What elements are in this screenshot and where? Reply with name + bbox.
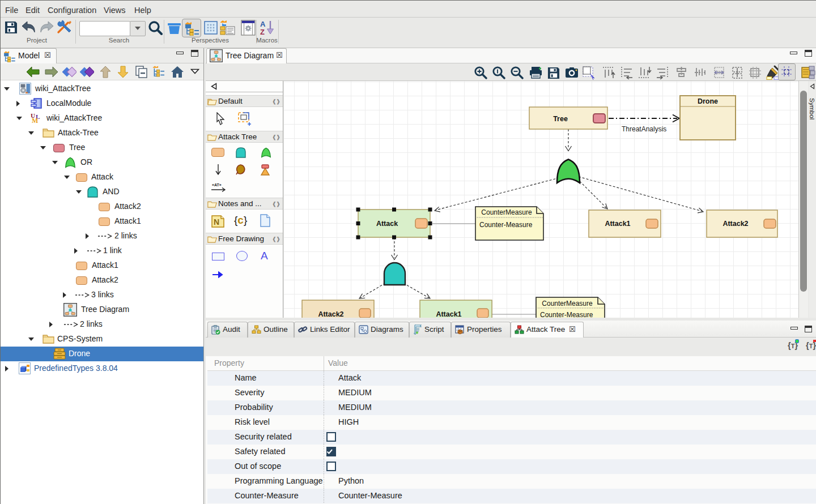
svg-text:N: N [214,217,219,227]
svg-text:Attack1: Attack1 [436,310,461,318]
svg-text:CounterMeasure: CounterMeasure [481,208,532,216]
svg-text:Counter-Measure: Counter-Measure [479,221,533,229]
svg-text:«AT»: «AT» [212,183,222,187]
svg-text:A: A [260,20,266,28]
svg-text:M: M [32,117,38,124]
svg-text:Z: Z [260,28,265,36]
svg-text:Tree: Tree [553,115,568,123]
svg-text:ThreatAnalysis: ThreatAnalysis [622,125,666,133]
svg-text:Attack1: Attack1 [605,220,630,228]
svg-text:Drone: Drone [698,97,718,105]
svg-text:Attack2: Attack2 [722,220,748,228]
svg-text:Counter-Measure: Counter-Measure [540,311,593,318]
svg-text:CounterMeasure: CounterMeasure [542,300,593,307]
svg-text:Attack2: Attack2 [318,310,343,318]
svg-text:Attack: Attack [376,220,398,228]
